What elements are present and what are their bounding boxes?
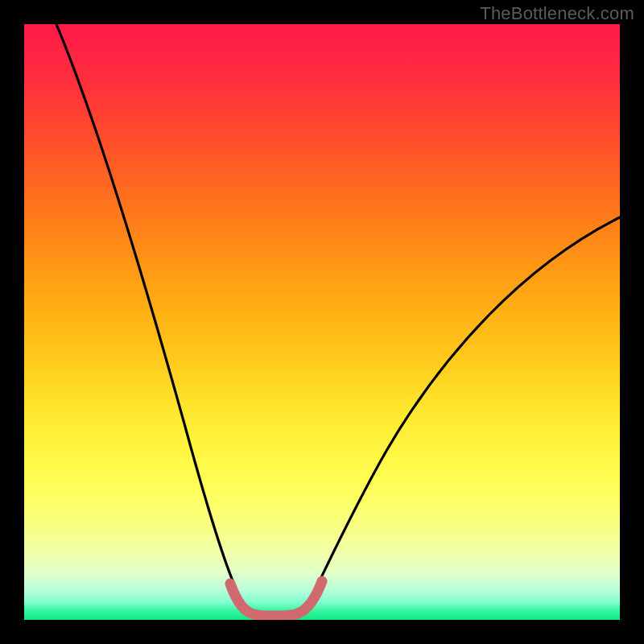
bottleneck-curve (56, 24, 620, 614)
optimal-zone-highlight (230, 581, 322, 616)
plot-area (24, 24, 620, 620)
watermark-text: TheBottleneck.com (480, 3, 634, 24)
curve-layer (24, 24, 620, 620)
chart-frame: TheBottleneck.com (0, 0, 644, 644)
